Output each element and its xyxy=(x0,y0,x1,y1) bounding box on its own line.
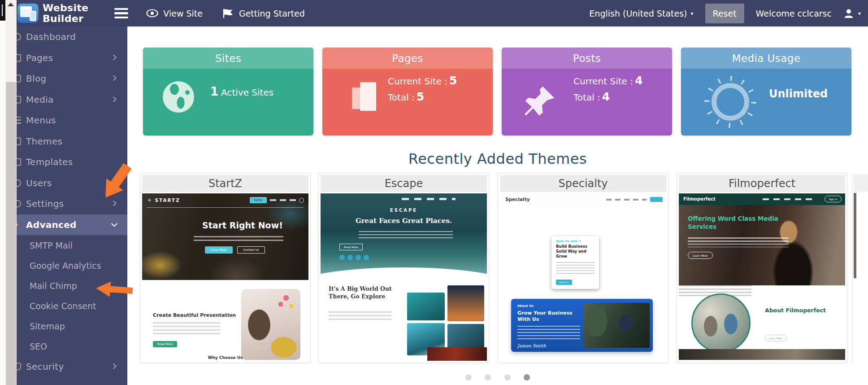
stat-card-media-usage: Media Usage Unlimited xyxy=(681,48,851,136)
sidebar-item-label: Media xyxy=(26,94,54,105)
carousel-dot-4[interactable] xyxy=(524,374,530,381)
startz-photo-collage xyxy=(241,289,300,360)
sidebar-item-smtp-mail[interactable]: SMTP Mail xyxy=(0,235,127,255)
escape-logo: ESCAPE xyxy=(321,208,487,213)
carousel-dot-1[interactable] xyxy=(465,374,472,381)
sidebar-item-label: SEO xyxy=(30,341,47,351)
carousel-dot-3[interactable] xyxy=(504,374,511,381)
startz-footer-heading: Why Choose Us xyxy=(142,355,308,360)
text-placeholder-lines xyxy=(194,236,283,241)
text-placeholder-lines xyxy=(688,237,789,247)
startz-logo: ✳ STARTZ xyxy=(148,197,180,203)
text-placeholder-lines xyxy=(402,198,456,200)
hamburger-menu-icon[interactable] xyxy=(114,8,128,19)
theme-card-filmoperfect[interactable]: Filmoperfect Filmoperfect Sign In Offeri… xyxy=(677,173,847,363)
recently-added-themes-heading: Recently Added Themes xyxy=(127,150,868,167)
scrollbar-gutter xyxy=(0,21,5,385)
startz-headline: Start Right Now! xyxy=(180,220,305,230)
stat-card-pages: Pages Current Site :5 Total :5 xyxy=(322,48,493,136)
specialty-signature: James Smith xyxy=(517,343,546,348)
carousel-dot-2[interactable] xyxy=(485,374,491,381)
chevron-right-icon xyxy=(111,363,117,369)
sidebar-item-blog[interactable]: Blog xyxy=(0,68,127,89)
theme-thumbnail-startz: ✳ STARTZ Home Start Right Now! Know More… xyxy=(142,193,308,280)
media-usage-value: Unlimited xyxy=(769,88,828,100)
sidebar-item-media[interactable]: Media xyxy=(0,89,127,110)
specialty-cta-pill xyxy=(650,197,663,202)
sidebar-item-advanced[interactable]: ✦ Advanced xyxy=(0,214,127,236)
chevron-right-icon xyxy=(111,75,117,81)
specialty-panel-tag: About Us xyxy=(517,304,534,308)
sidebar-item-menus[interactable]: Menus xyxy=(0,110,127,131)
specialty-logo: Specialty xyxy=(505,197,530,202)
sidebar-item-label: Themes xyxy=(26,136,62,147)
welcome-user-label: Welcome cclcarsc xyxy=(756,9,832,18)
escape-read-more-button: Read More xyxy=(339,244,363,250)
sidebar-item-security[interactable]: Security xyxy=(0,356,127,377)
theme-title: Filmoperfect xyxy=(679,175,845,192)
text-placeholder-lines xyxy=(517,326,580,341)
globe-icon xyxy=(163,81,194,113)
theme-title: StartZ xyxy=(142,175,308,192)
scrollbar-up-arrow[interactable] xyxy=(5,0,17,9)
search-icon xyxy=(299,198,304,203)
sidebar-item-label: Advanced xyxy=(26,219,77,230)
language-selector[interactable]: English (United States) ▾ xyxy=(589,9,693,18)
getting-started-button[interactable]: Getting Started xyxy=(222,9,305,18)
specialty-overlay-card: WHEN YOU MAKE IT Build Business Solid Wa… xyxy=(551,236,599,289)
theme-card-escape[interactable]: Escape ESCAPE Great Faces Great Places. … xyxy=(318,173,489,363)
sites-count: 1Active Sites xyxy=(210,85,273,98)
sidebar-item-label: Blog xyxy=(26,73,46,84)
sidebar-item-themes[interactable]: Themes xyxy=(0,131,127,152)
theme-thumbnail-filmoperfect: Filmoperfect Sign In Offering Word Class… xyxy=(679,193,845,285)
startz-nav: Home xyxy=(250,197,304,203)
sidebar-item-label: Templates xyxy=(26,157,73,167)
text-placeholder-lines xyxy=(556,262,595,274)
app-title-line1: Website xyxy=(43,3,88,13)
escape-headline: Great Faces Great Places. xyxy=(321,217,487,225)
theme-card-startz[interactable]: StartZ ✳ STARTZ Home Start Right Now! Kn… xyxy=(140,173,311,363)
view-site-button[interactable]: View Site xyxy=(146,9,203,18)
chevron-down-icon: ▾ xyxy=(690,11,693,16)
sidebar-item-label: Mail Chimp xyxy=(30,281,77,291)
stat-card-title: Pages xyxy=(322,48,493,69)
theme-title-band xyxy=(854,175,868,192)
theme-thumbnail-edge xyxy=(854,193,856,278)
text-placeholder-lines xyxy=(606,199,647,201)
sidebar-item-dashboard[interactable]: Dashboard xyxy=(0,26,127,48)
logo-browser-bar xyxy=(20,6,32,9)
app-logo-icon[interactable] xyxy=(17,4,39,23)
filmoperfect-bottom-photo-strip xyxy=(679,349,845,360)
sidebar-item-label: Google Analytics xyxy=(30,261,101,271)
reset-button[interactable]: Reset xyxy=(705,4,744,23)
filmoperfect-headline: Offering Word Class Media Services xyxy=(688,215,784,231)
theme-thumbnail-escape: ESCAPE Great Faces Great Places. Read Mo… xyxy=(321,193,487,280)
main-content: Sites 1Active Sites Pages Current Site :… xyxy=(127,26,868,385)
specialty-overlay-heading: Build Business Solid Way and Grow xyxy=(556,244,595,259)
sidebar-item-pages[interactable]: Pages xyxy=(0,48,127,69)
theme-card-next-sliver[interactable] xyxy=(852,173,868,363)
header-right-group: English (United States) ▾ Reset Welcome … xyxy=(589,4,868,23)
theme-card-specialty[interactable]: Specialty Specialty WHEN YOU MAKE IT Bui… xyxy=(498,173,668,363)
user-account-menu[interactable]: ▾ xyxy=(843,8,861,19)
sidebar-item-label: Security xyxy=(26,361,64,372)
specialty-about-us-button: About Us xyxy=(556,280,572,285)
pushpin-icon xyxy=(522,80,557,122)
sidebar-item-seo[interactable]: SEO xyxy=(0,336,127,356)
chevron-down-icon: ▾ xyxy=(858,11,861,16)
sidebar-item-sitemap[interactable]: Sitemap xyxy=(0,316,127,336)
specialty-panel-photo xyxy=(583,303,650,348)
posts-total: Total :4 xyxy=(573,90,642,106)
sidebar-item-google-analytics[interactable]: Google Analytics xyxy=(0,255,127,276)
stat-card-sites: Sites 1Active Sites xyxy=(143,48,313,136)
startz-nav-home: Home xyxy=(250,197,267,203)
escape-photo xyxy=(407,293,445,320)
chevron-right-icon xyxy=(111,96,117,102)
startz-lower-heading: Create Beautiful Presentation xyxy=(153,312,236,318)
app-title: Website Builder xyxy=(43,3,88,24)
scrollbar-thumb[interactable] xyxy=(6,82,16,385)
chevron-down-icon xyxy=(111,220,117,227)
stat-card-posts: Posts Current Site :4 Total :4 xyxy=(502,48,672,136)
sidebar-item-label: Cookie Consent xyxy=(30,301,96,311)
text-placeholder-lines xyxy=(763,198,816,200)
